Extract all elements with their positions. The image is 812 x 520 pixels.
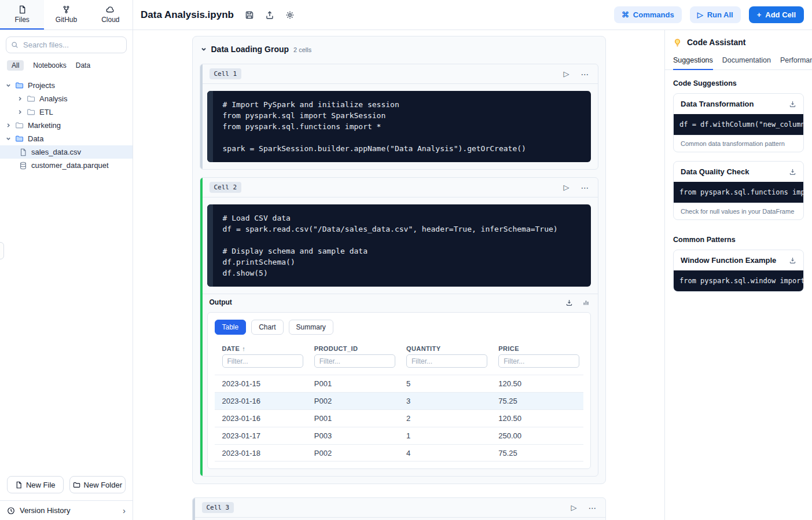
new-file-button[interactable]: New File [7,476,64,493]
save-button[interactable] [245,10,254,20]
share-button[interactable] [265,10,274,20]
group-title: Data Loading Group [211,45,289,54]
chevron-right-icon [17,109,23,115]
chevron-down-icon[interactable] [201,46,207,52]
cell-3: Cell 3 ▷ ⋯ # Group by product_id and cal… [192,497,606,520]
add-cell-button[interactable]: + Add Cell [749,6,804,23]
tree-item-projects[interactable]: Projects [0,79,133,92]
commands-button[interactable]: ⌘ Commands [614,6,682,23]
card-code-snippet[interactable]: df = df.withColumn("new_column", [674,114,803,135]
column-header-quantity[interactable]: QUANTITY [399,345,491,352]
filter-chip-data[interactable]: Data [76,61,90,69]
cell-quantity: 1 [399,431,491,440]
github-fork-icon [62,5,71,14]
assistant-header: Code Assistant [665,30,812,53]
download-icon[interactable] [789,168,796,175]
search-box [6,36,127,53]
card-title: Data Transformation [681,100,754,108]
notebook-topbar: Data Analysis.ipynb ⌘ Commands ▷ Run All… [133,0,812,30]
panel-resize-handle[interactable] [0,242,4,259]
assistant-body: Code Suggestions Data Transformation df … [665,70,812,307]
tab-files[interactable]: Files [0,0,44,30]
table-row[interactable]: 2023-01-17 P003 1 250.00 [215,427,583,444]
tab-suggestions[interactable]: Suggestions [673,53,713,70]
sort-asc-icon: ↑ [242,345,245,352]
tree-item-label: Analysis [39,94,67,103]
filter-input-price[interactable] [498,354,579,368]
filter-input-date[interactable] [222,354,303,368]
column-header-price[interactable]: PRICE [491,345,583,352]
tree-item-data[interactable]: Data [0,132,133,145]
output-tab-summary[interactable]: Summary [289,320,333,335]
cell-status-strip [193,498,195,520]
filter-input-quantity[interactable] [406,354,487,368]
code-editor[interactable]: # Load CSV data df = spark.read.csv("/Da… [207,204,591,287]
tab-cloud[interactable]: Cloud [89,0,133,30]
filter-chip-notebooks[interactable]: Notebooks [33,61,66,69]
cell-quantity: 4 [399,449,491,457]
tab-performance[interactable]: Performance [780,53,812,70]
cell-2: Cell 2 ▷ ⋯ # Load CSV data df = spark.re… [200,177,598,477]
tab-github[interactable]: GitHub [44,0,88,30]
card-caption: Common data transformation pattern [674,135,803,152]
table-row-highlighted[interactable]: 2023-01-16 P002 3 75.25 [215,392,583,409]
card-code-snippet[interactable]: from pyspark.sql.functions import [674,182,803,203]
table-row[interactable]: 2023-01-18 P002 4 75.25 [215,444,583,462]
run-all-button[interactable]: ▷ Run All [690,6,741,23]
filter-input-product-id[interactable] [314,354,395,368]
bar-chart-icon[interactable] [582,299,590,306]
topbar-actions: ⌘ Commands ▷ Run All + Add Cell [614,6,804,23]
output-tab-table[interactable]: Table [215,320,247,335]
new-folder-button[interactable]: New Folder [69,476,126,493]
output-table: DATE ↑ PRODUCT_ID QUANTITY PRICE [215,342,583,462]
tab-documentation[interactable]: Documentation [722,53,771,70]
code-assistant-panel: Code Assistant Suggestions Documentation… [664,30,812,520]
folder-icon [15,121,24,130]
column-header-date[interactable]: DATE ↑ [215,345,307,352]
notebook-title: Data Analysis.ipynb [141,9,234,21]
cell-product-id: P003 [307,431,399,440]
table-row[interactable]: 2023-01-16 P001 2 120.50 [215,409,583,427]
cell-group-data-loading: Data Loading Group 2 cells Cell 1 ▷ ⋯ # … [192,36,606,484]
assistant-title: Code Assistant [687,38,745,47]
run-cell-icon[interactable]: ▷ [571,503,577,512]
chevron-down-icon [6,83,11,88]
run-cell-icon[interactable]: ▷ [564,69,569,78]
cell-2-header: Cell 2 ▷ ⋯ [200,178,598,197]
tree-item-sales-data-csv[interactable]: sales_data.csv [0,145,133,159]
search-input[interactable] [6,36,127,53]
tree-item-analysis[interactable]: Analysis [0,92,133,105]
output-tab-chart[interactable]: Chart [251,320,283,335]
code-editor[interactable]: # Import PySpark and initialize session … [207,91,591,162]
folder-open-icon [15,81,24,90]
sidebar-footer: New File New Folder Version History › [0,470,133,520]
output-panel: Table Chart Summary DATE ↑ PRODUCT_ID QU… [207,312,591,469]
tree-item-label: customer_data.parquet [31,161,109,170]
more-menu-icon[interactable]: ⋯ [581,69,590,79]
tree-item-etl[interactable]: ETL [0,105,133,119]
download-icon[interactable] [789,257,796,264]
tab-cloud-label: Cloud [101,16,119,24]
cell-code: # Load CSV data df = spark.read.csv("/Da… [213,204,567,287]
filter-chip-all[interactable]: All [7,60,24,71]
folder-icon [27,108,35,116]
command-icon: ⌘ [622,10,629,19]
table-row[interactable]: 2023-01-15 P001 5 120.50 [215,375,583,392]
cell-quantity: 2 [399,414,491,423]
cloud-icon [106,5,115,14]
card-code-snippet[interactable]: from pyspark.sql.window import Win [674,270,803,291]
run-cell-icon[interactable]: ▷ [564,183,569,192]
file-icon [15,481,23,489]
card-caption: Check for null values in your DataFrame [674,203,803,219]
more-menu-icon[interactable]: ⋯ [581,183,590,192]
cell-3-header: Cell 3 ▷ ⋯ [193,498,605,518]
version-history-button[interactable]: Version History › [0,500,133,520]
clock-icon [7,507,15,515]
settings-button[interactable] [285,10,295,20]
download-icon[interactable] [789,100,796,108]
tree-item-marketing[interactable]: Marketing [0,119,133,132]
download-icon[interactable] [565,299,573,306]
more-menu-icon[interactable]: ⋯ [589,503,597,512]
column-header-product-id[interactable]: PRODUCT_ID [307,345,399,352]
tree-item-customer-data-parquet[interactable]: customer_data.parquet [0,159,133,172]
